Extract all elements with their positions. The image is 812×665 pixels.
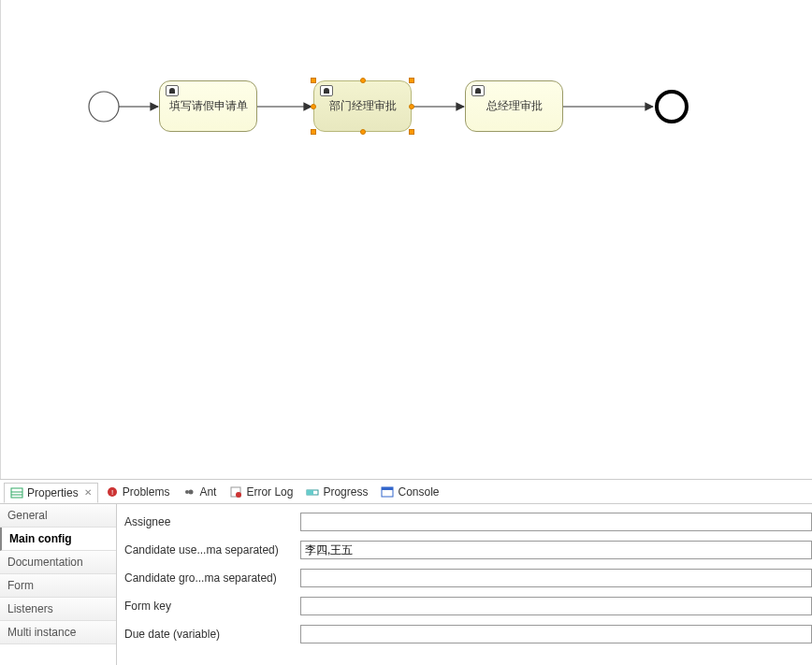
label-candidate-groups: Candidate gro...ma separated) [124, 571, 293, 585]
svg-rect-12 [382, 487, 393, 490]
tab-error-log[interactable]: Error Log [224, 483, 298, 501]
resize-handle-sw[interactable] [311, 129, 316, 135]
label-due-date: Due date (variable) [124, 628, 293, 641]
svg-rect-10 [307, 490, 313, 495]
svg-rect-0 [11, 488, 22, 498]
side-tab-multi-instance[interactable]: Multi instance [0, 621, 116, 644]
resize-handle-s[interactable] [360, 129, 366, 135]
label-form-key: Form key [124, 600, 293, 613]
svg-point-8 [236, 492, 241, 498]
task-label: 部门经理审批 [329, 98, 397, 114]
resize-handle-n[interactable] [360, 78, 366, 83]
input-form-key[interactable] [300, 597, 812, 615]
svg-point-6 [189, 489, 194, 494]
progress-icon [306, 485, 319, 499]
tab-label: Ant [199, 485, 216, 499]
user-task-icon [320, 85, 333, 96]
properties-form: Assignee Candidate use...ma separated) C… [117, 504, 812, 665]
input-assignee[interactable] [300, 513, 812, 531]
task-label: 总经理审批 [486, 98, 543, 114]
tab-properties[interactable]: Properties ✕ [4, 483, 98, 503]
close-icon[interactable]: ✕ [84, 487, 92, 498]
resize-handle-ne[interactable] [409, 78, 414, 83]
tab-label: Properties [27, 486, 79, 499]
task-fill-leave-form[interactable]: 填写请假申请单 [159, 80, 257, 132]
bottom-panel: Properties ✕ ! Problems Ant Error Log P [0, 479, 812, 665]
problems-icon: ! [106, 485, 119, 499]
input-candidate-users[interactable] [300, 541, 812, 559]
error-log-icon [229, 485, 242, 499]
tab-label: Error Log [246, 485, 293, 499]
label-candidate-users: Candidate use...ma separated) [124, 543, 293, 557]
resize-handle-e[interactable] [409, 104, 414, 109]
end-event[interactable] [657, 92, 687, 122]
side-tab-main-config[interactable]: Main config [0, 528, 116, 551]
input-due-date[interactable] [300, 625, 812, 643]
task-label: 填写请假申请单 [169, 98, 248, 114]
label-assignee: Assignee [124, 515, 293, 528]
tab-ant[interactable]: Ant [177, 483, 222, 501]
side-tab-form[interactable]: Form [0, 574, 116, 598]
input-candidate-groups[interactable] [300, 569, 812, 587]
console-icon [381, 485, 394, 499]
start-event[interactable] [89, 92, 119, 122]
task-dept-manager-approve[interactable]: 部门经理审批 [313, 80, 412, 132]
resize-handle-se[interactable] [409, 129, 414, 135]
svg-point-5 [185, 490, 189, 494]
properties-side-tabs: General Main config Documentation Form L… [0, 504, 117, 665]
tab-label: Progress [323, 485, 368, 499]
tab-label: Console [398, 485, 439, 499]
tab-problems[interactable]: ! Problems [100, 483, 176, 501]
side-tab-documentation[interactable]: Documentation [0, 551, 116, 574]
tab-progress[interactable]: Progress [300, 483, 373, 501]
side-tab-general[interactable]: General [0, 504, 116, 528]
ant-icon [182, 485, 196, 499]
view-tabstrip: Properties ✕ ! Problems Ant Error Log P [0, 480, 812, 504]
user-task-icon [166, 85, 179, 96]
properties-icon [10, 486, 23, 499]
svg-text:!: ! [111, 488, 113, 497]
resize-handle-w[interactable] [311, 104, 316, 109]
side-tab-listeners[interactable]: Listeners [0, 598, 116, 621]
flow-svg [1, 0, 812, 479]
diagram-canvas[interactable]: 填写请假申请单 部门经理审批 总经理审批 [0, 0, 812, 479]
resize-handle-nw[interactable] [311, 78, 316, 83]
tab-label: Problems [123, 485, 170, 499]
properties-body: General Main config Documentation Form L… [0, 504, 812, 665]
tab-console[interactable]: Console [375, 483, 444, 501]
task-general-manager-approve[interactable]: 总经理审批 [465, 80, 563, 132]
user-task-icon [471, 85, 485, 96]
